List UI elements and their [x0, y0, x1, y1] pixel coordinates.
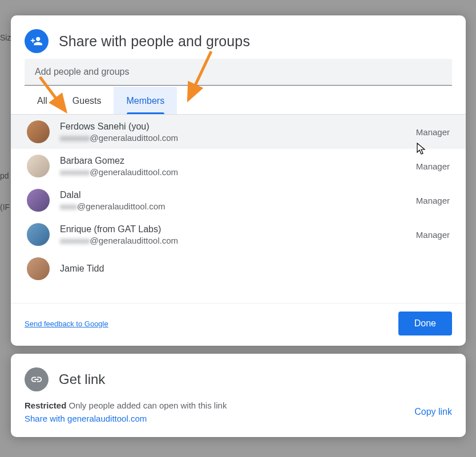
- member-info: Barbara Gomez xxxxxxx@generalaudittool.c…: [60, 156, 406, 177]
- dialog-header: Share with people and groups: [11, 15, 466, 59]
- member-row[interactable]: Jamie Tidd: [11, 252, 466, 281]
- tab-guests[interactable]: Guests: [60, 87, 114, 114]
- member-row[interactable]: Ferdows Sanehi (you) xxxxxxx@generalaudi…: [11, 115, 466, 149]
- get-link-body: Restricted Only people added can open wi…: [25, 401, 452, 423]
- done-button[interactable]: Done: [398, 312, 452, 335]
- avatar: [27, 257, 50, 280]
- member-name: Enrique (from GAT Labs): [60, 224, 406, 234]
- get-link-title: Get link: [59, 371, 105, 387]
- member-role[interactable]: Manager: [416, 161, 450, 171]
- member-row[interactable]: Dalal xxxx@generalaudittool.com Manager: [11, 183, 466, 217]
- member-email: xxxx@generalaudittool.com: [60, 201, 406, 211]
- member-email: xxxxxxx@generalaudittool.com: [60, 236, 406, 245]
- member-info: Ferdows Sanehi (you) xxxxxxx@generalaudi…: [60, 122, 406, 143]
- share-with-org-link[interactable]: Share with generalaudittool.com: [25, 414, 227, 423]
- restricted-desc: Only people added can open with this lin…: [66, 401, 227, 410]
- avatar: [27, 120, 50, 143]
- member-email: xxxxxxx@generalaudittool.com: [60, 167, 406, 177]
- get-link-text-block: Restricted Only people added can open wi…: [25, 401, 227, 423]
- share-header-icon: [25, 29, 49, 53]
- copy-link-button[interactable]: Copy link: [414, 407, 452, 417]
- dialog-footer: Send feedback to Google Done: [11, 303, 466, 346]
- dialog-title: Share with people and groups: [59, 33, 250, 50]
- avatar: [27, 223, 50, 246]
- member-name: Barbara Gomez: [60, 156, 406, 166]
- member-info: Jamie Tidd: [60, 264, 450, 274]
- tab-bar: All Guests Members: [11, 87, 466, 115]
- tab-all[interactable]: All: [25, 87, 60, 114]
- member-row[interactable]: Enrique (from GAT Labs) xxxxxxx@generala…: [11, 217, 466, 252]
- avatar: [27, 155, 50, 177]
- link-icon: [30, 373, 43, 386]
- member-info: Enrique (from GAT Labs) xxxxxxx@generala…: [60, 224, 406, 245]
- member-role[interactable]: Manager: [416, 196, 450, 205]
- tab-members[interactable]: Members: [114, 87, 177, 114]
- restricted-label: Restricted: [25, 401, 66, 410]
- people-input[interactable]: [25, 59, 452, 86]
- send-feedback-link[interactable]: Send feedback to Google: [25, 320, 108, 328]
- member-name: Dalal: [60, 190, 406, 200]
- person-add-icon: [30, 35, 43, 47]
- get-link-card: Get link Restricted Only people added ca…: [11, 354, 466, 437]
- avatar: [27, 189, 50, 212]
- share-dialog: Share with people and groups All Guests …: [11, 15, 466, 346]
- members-list[interactable]: Ferdows Sanehi (you) xxxxxxx@generalaudi…: [11, 115, 466, 303]
- member-row[interactable]: Barbara Gomez xxxxxxx@generalaudittool.c…: [11, 149, 466, 183]
- member-email: xxxxxxx@generalaudittool.com: [60, 133, 406, 143]
- member-name: Jamie Tidd: [60, 264, 450, 274]
- member-name: Ferdows Sanehi (you): [60, 122, 406, 132]
- get-link-header: Get link: [25, 367, 452, 391]
- member-role[interactable]: Manager: [416, 230, 450, 240]
- input-wrapper: [11, 59, 466, 86]
- get-link-icon-circle: [25, 367, 49, 391]
- restricted-line: Restricted Only people added can open wi…: [25, 401, 227, 410]
- member-info: Dalal xxxx@generalaudittool.com: [60, 190, 406, 211]
- member-role[interactable]: Manager: [416, 127, 450, 137]
